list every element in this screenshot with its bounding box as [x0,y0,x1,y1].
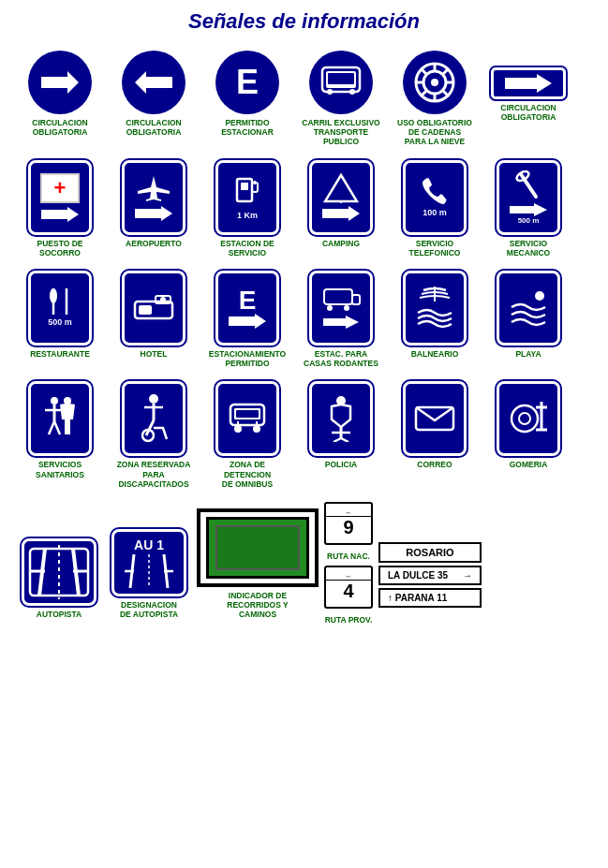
svg-rect-23 [241,183,248,190]
sign-label: DESIGNACIONDE AUTOPISTA [120,600,178,619]
rect-sign [403,271,467,346]
rect-sign: + [28,160,92,235]
svg-rect-40 [324,289,352,304]
sign-carril: CARRIL EXCLUSIVOTRANSPORTEPUBLICO [296,51,386,147]
sign-playa: PLAYA [483,271,573,359]
sign-label: RUTA NAC. [327,552,370,561]
svg-line-66 [334,438,341,442]
svg-point-59 [234,425,242,433]
sign-gomeria: GOMERIA [483,381,573,469]
svg-line-15 [421,68,426,74]
sign-telefono: 100 m SERVICIOTELEFONICO [390,160,480,257]
sign-label: CARRIL EXCLUSIVOTRANSPORTEPUBLICO [302,118,379,147]
sign-label: ESTACIONAMIENTOPERMITIDO [209,349,286,368]
sign-label: PERMITIDOESTACIONAR [221,118,274,137]
ruta-prov-sign: ↔ 4 [324,566,373,609]
sign-desig-auto: AU 1 DESIGNACIONDE AUTOPISTA [107,529,191,619]
sign-estacionar: E PERMITIDOESTACIONAR [202,51,292,137]
svg-point-10 [431,79,438,86]
row-3: 500 m RESTAURANTE HOTEL [15,271,593,374]
rect-sign [28,381,92,456]
rect-sign [309,160,373,235]
svg-marker-1 [135,71,172,94]
sign-circulacion-1: CIRCULACIONOBLIGATORIA [15,51,105,137]
svg-rect-25 [254,181,256,184]
svg-line-50 [49,421,54,434]
ruta-nac-sign: ↔ 9 [324,502,373,545]
row-1: CIRCULACIONOBLIGATORIA CIRCULACIONOBLIGA… [15,51,593,153]
svg-point-38 [160,297,166,302]
rect-sign: E [215,271,279,346]
svg-marker-39 [229,314,266,329]
row-4: SERVICIOSSANITARIOS ZONA RESERVADAPARADI… [15,381,593,494]
rect-sign: 100 m [403,160,467,235]
sign-label: INDICADOR DERECORRIDOS Y CAMINOS [213,591,303,620]
svg-point-43 [344,305,349,311]
sign-correo: CORREO [390,381,480,469]
sign-cadenas: USO OBLIGATORIODE CADENASPARA LA NIEVE [390,51,480,147]
circle-sign [403,51,467,114]
signs-grid: CIRCULACIONOBLIGATORIA CIRCULACIONOBLIGA… [9,51,599,625]
rect-sign [497,271,560,346]
svg-point-70 [519,413,530,424]
sign-label: CIRCULACIONOBLIGATORIA [126,118,182,137]
sign-camping: CAMPING [296,160,386,248]
sign-discapacitados: ZONA RESERVADAPARADISCAPACITADOS [109,381,199,489]
sign-label: CIRCULACIONOBLIGATORIA [32,118,88,137]
row-2: + PUESTO DESOCORRO AEROPUERTO [15,160,593,263]
sign-label: RESTAURANTE [30,349,90,359]
rect-sign [215,381,279,456]
svg-point-5 [327,89,333,95]
sign-label: ESTACION DESERVICIO [220,239,274,257]
sign-label: CAMPING [322,239,360,248]
svg-marker-21 [135,206,172,221]
svg-rect-4 [328,73,354,84]
sign-label: AUTOPISTA [37,610,82,619]
svg-marker-0 [41,71,79,94]
sign-aeropuerto: AEROPUERTO [109,160,199,248]
rosario-sign-3: ↑ PARANA 11 [378,588,482,608]
sign-label: AEROPUERTO [126,239,182,248]
svg-rect-41 [352,295,360,304]
sign-omnibus: ZONA DEDETENCIONDE OMNIBUS [202,381,292,489]
circle-sign: E [215,51,279,114]
svg-rect-58 [236,410,259,418]
hrect-sign [491,67,566,99]
rect-sign: 1 Km [215,160,279,235]
sign-restaurante: 500 m RESTAURANTE [15,271,105,359]
sign-label: SERVICIOTELEFONICO [409,239,461,257]
sign-label: GOMERIA [510,460,548,469]
rect-sign [122,271,185,346]
rect-sign: 500 m [497,160,560,235]
sign-circulacion-2: CIRCULACIONOBLIGATORIA [109,51,199,137]
svg-line-17 [443,68,449,74]
sign-label: RUTA PROV. [325,615,373,625]
rect-sign [22,538,96,606]
svg-point-52 [64,397,71,405]
rosario-sign-1: ROSARIO [378,542,482,563]
sign-mecanico: 500 m SERVICIOMECANICO [483,160,573,257]
sign-label: BALNEARIO [411,349,459,359]
svg-marker-28 [322,206,360,221]
sign-socorro: + PUESTO DESOCORRO [15,160,105,257]
svg-point-69 [512,405,538,432]
ruta-group: ↔ 9 RUTA NAC. ↔ 4 RUTA PROV. [324,502,373,625]
bottom-row: AUTOPISTA AU 1 DESIGNACIONDE AUTOPISTA [15,502,593,625]
sign-label: CORREO [417,460,452,469]
sign-label: ZONA RESERVADAPARADISCAPACITADOS [117,460,191,489]
sign-sanitarios: SERVICIOSSANITARIOS [15,381,105,478]
rect-sign: 500 m [28,271,92,346]
svg-marker-44 [323,316,359,329]
svg-marker-26 [325,175,357,201]
rect-sign [309,271,373,346]
rect-sign [122,160,185,235]
rect-sign [309,381,373,456]
sign-label: PUESTO DESOCORRO [37,239,83,257]
svg-point-46 [535,291,544,301]
sign-label: ZONA DEDETENCIONDE OMNIBUS [222,460,273,489]
rect-sign [197,508,319,587]
rosario-sign-2: LA DULCE 35→ [378,566,482,585]
sign-circulacion-3: CIRCULACIONOBLIGATORIA [483,51,573,122]
svg-point-42 [327,305,333,311]
svg-point-60 [253,425,260,433]
